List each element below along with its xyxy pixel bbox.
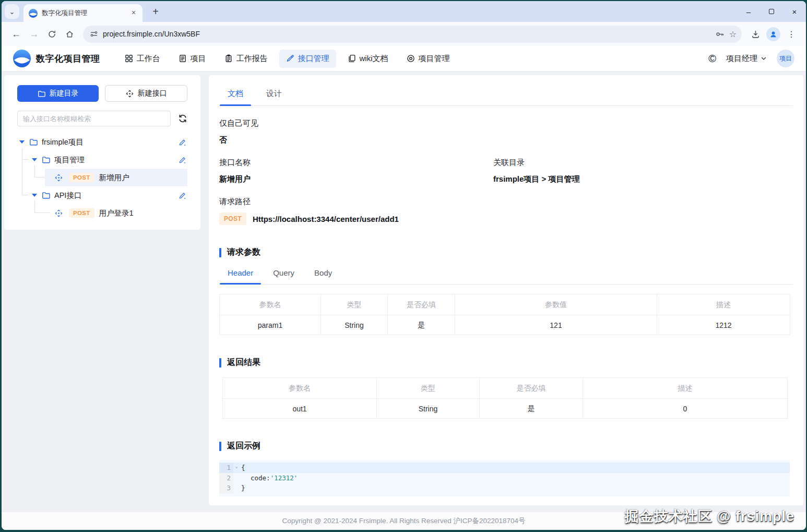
section-accent-bar [219, 248, 221, 257]
person-icon [769, 30, 778, 39]
browser-tab[interactable]: 数字化项目管理 × [23, 4, 143, 22]
nav-work-report[interactable]: 工作报告 [218, 50, 275, 68]
response-result-table: 参数名 类型 是否必填 描述 out1 String 是 0 [222, 377, 788, 419]
maximize-button[interactable] [760, 1, 783, 22]
role-dropdown[interactable]: 项目经理 [726, 54, 767, 64]
nav-api-management[interactable]: 接口管理 [279, 50, 336, 68]
refresh-icon[interactable] [178, 114, 187, 123]
tree-node-api-user-login[interactable]: POST 用户登录1 [17, 204, 187, 222]
tree-node-label: 用户登录1 [99, 208, 134, 218]
new-api-label: 新建接口 [138, 89, 167, 98]
cell-description: 0 [583, 399, 788, 419]
browser-menu-button[interactable]: ⋮ [783, 26, 800, 42]
forward-button[interactable]: → [26, 26, 42, 42]
api-detail-panel: 文档 设计 仅自己可见 否 接口名称 新增用户 关联目录 frsimple项目 … [209, 75, 803, 505]
code-line: 2 code:'12312' [219, 473, 790, 483]
nav-projects[interactable]: 项目 [172, 50, 213, 68]
nav-wiki-docs[interactable]: wiki文档 [341, 50, 395, 68]
section-accent-bar [219, 358, 221, 368]
request-url: Https://localhost:3344/center/user/add1 [253, 215, 399, 223]
grid-icon [125, 54, 133, 63]
tab-design[interactable]: 设计 [266, 89, 282, 105]
response-example-code[interactable]: 1⌄ { 2 code:'12312' 3 } [219, 460, 790, 496]
site-settings-icon[interactable] [90, 30, 98, 38]
api-name-label: 接口名称 [219, 158, 493, 168]
url-bar[interactable]: project.frsimple.cn/Un3xw5BF ☆ [83, 26, 742, 43]
related-dir-value: frsimple项目 > 项目管理 [493, 174, 793, 184]
new-api-button[interactable]: 新建接口 [105, 85, 187, 102]
code-text: } [233, 483, 245, 493]
edit-pencil-icon[interactable] [179, 156, 186, 164]
tab-search-button[interactable]: ⌄ [5, 4, 19, 19]
column-header: 描述 [583, 378, 788, 399]
folder-icon [29, 138, 38, 146]
cell-required: 是 [388, 315, 455, 335]
api-search-input[interactable] [17, 111, 171, 126]
header-right: © 项目经理 项目 [708, 50, 794, 67]
caret-down-icon[interactable] [32, 194, 37, 197]
request-params-section-head: 请求参数 [219, 247, 793, 258]
nav-project-management[interactable]: 项目管理 [400, 50, 457, 68]
column-header: 参数值 [455, 294, 657, 315]
tab-document[interactable]: 文档 [228, 89, 243, 105]
folder-icon [38, 90, 45, 98]
nav-workbench[interactable]: 工作台 [118, 50, 167, 68]
tree-node-project-mgmt[interactable]: 项目管理 [17, 151, 187, 169]
code-line: 3 } [219, 483, 790, 493]
fold-caret-icon[interactable]: ⌄ [235, 462, 238, 472]
download-icon [751, 30, 760, 39]
downloads-button[interactable] [747, 26, 764, 42]
tab-header[interactable]: Header [228, 268, 253, 284]
site-favicon [29, 9, 38, 18]
method-badge: POST [69, 208, 94, 218]
url-text[interactable]: project.frsimple.cn/Un3xw5BF [103, 30, 711, 38]
nav-label: 项目管理 [419, 54, 450, 64]
page-body: 新建目录 新建接口 [2, 71, 806, 512]
back-button[interactable]: ← [8, 26, 25, 42]
request-params-table: 参数名 类型 是否必填 参数值 描述 param1 String 是 121 1… [219, 294, 790, 335]
tree-node-api-add-user[interactable]: POST 新增用户 [45, 169, 187, 186]
column-header: 参数名 [220, 294, 321, 315]
profile-avatar[interactable] [766, 27, 780, 41]
related-dir-label: 关联目录 [493, 158, 793, 168]
tab-query[interactable]: Query [273, 268, 294, 284]
method-badge: POST [219, 212, 246, 225]
reload-button[interactable] [43, 26, 60, 42]
code-string: '12312' [270, 474, 298, 482]
target-icon [407, 54, 415, 63]
close-window-button[interactable]: × [783, 1, 806, 22]
edit-pencil-icon[interactable] [179, 138, 186, 146]
edit-pencil-icon[interactable] [179, 192, 186, 199]
browser-tab-strip: ⌄ 数字化项目管理 × + – × [2, 1, 806, 22]
password-key-icon[interactable] [716, 30, 725, 39]
caret-down-icon[interactable] [19, 140, 25, 144]
bookmark-star-icon[interactable]: ☆ [729, 29, 737, 39]
home-button[interactable] [61, 26, 78, 42]
caret-down-icon[interactable] [32, 158, 37, 161]
document-icon [179, 54, 187, 63]
response-result-title: 返回结果 [227, 357, 260, 368]
nav-label: 工作报告 [236, 54, 268, 64]
column-header: 是否必填 [388, 294, 455, 315]
copyright-icon[interactable]: © [708, 53, 716, 65]
api-name-value: 新增用户 [219, 174, 493, 184]
main-nav: 工作台 项目 工作报告 接口管理 wiki文档 项目管理 [118, 50, 457, 68]
new-tab-button[interactable]: + [149, 6, 162, 18]
copyright-text: Copyright @ 2021-2024 Frsimple. All Righ… [282, 516, 525, 526]
request-params-title: 请求参数 [227, 247, 260, 258]
tree-node-project[interactable]: frsimple项目 [17, 133, 187, 151]
tab-body[interactable]: Body [314, 268, 332, 284]
api-tree: frsimple项目 项目管理 [17, 133, 187, 222]
chevron-down-icon [761, 55, 767, 62]
user-avatar-badge[interactable]: 项目 [777, 50, 794, 67]
new-directory-button[interactable]: 新建目录 [17, 85, 99, 102]
tab-title: 数字化项目管理 [42, 9, 125, 18]
column-header: 是否必填 [480, 378, 583, 399]
minimize-button[interactable]: – [737, 1, 760, 22]
folder-icon [42, 156, 50, 164]
column-header: 参数名 [223, 378, 377, 399]
tree-node-label: 项目管理 [54, 155, 85, 165]
tab-close-icon[interactable]: × [129, 8, 138, 18]
tree-node-label: API接口 [54, 191, 81, 200]
tree-node-api-folder[interactable]: API接口 [17, 186, 187, 204]
